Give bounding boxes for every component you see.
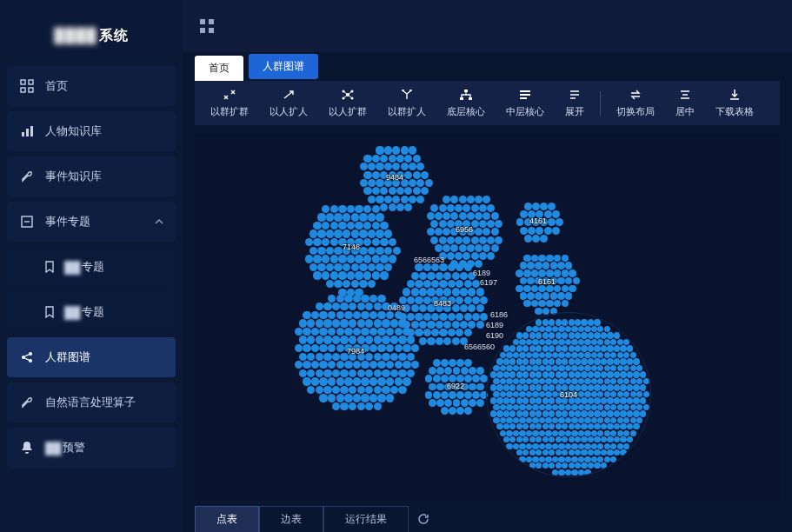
tb-bottom-core[interactable]: 底层核心 bbox=[438, 86, 494, 120]
graph-annotation: 6190 bbox=[486, 331, 503, 340]
refresh-icon[interactable] bbox=[417, 513, 429, 525]
sidebar-item-crowd-graph[interactable]: 人群图谱 bbox=[7, 337, 176, 377]
download-icon bbox=[728, 88, 742, 102]
sidebar-item-event-kb[interactable]: 事件知识库 bbox=[7, 156, 176, 196]
tb-center[interactable]: 居中 bbox=[667, 86, 703, 120]
toolbar: 以群扩群 以人扩人 以人扩群 以群扩人 底层核心 中层核心 bbox=[195, 81, 780, 125]
graph-canvas[interactable]: 9484695641617146616184837984692261046566… bbox=[195, 134, 780, 501]
tab-edges[interactable]: 边表 bbox=[259, 506, 323, 532]
svg-rect-5 bbox=[26, 129, 29, 136]
lines-icon bbox=[568, 88, 582, 102]
tb-mid-core[interactable]: 中层核心 bbox=[497, 86, 553, 120]
swap-icon bbox=[629, 88, 642, 102]
center-icon bbox=[678, 88, 692, 102]
svg-rect-3 bbox=[29, 88, 33, 92]
redacted-label: ██ bbox=[64, 306, 80, 319]
sidebar-item-label: 自然语言处理算子 bbox=[45, 395, 136, 410]
svg-rect-6 bbox=[30, 126, 33, 136]
sidebar-item-topic-a[interactable]: ██ 专题 bbox=[7, 247, 176, 287]
sidebar-item-label: 人群图谱 bbox=[45, 349, 90, 365]
main-area: 首页 人群图谱 以群扩群 以人扩人 以人扩群 以群扩人 底层核心 bbox=[183, 0, 792, 532]
sidebar-item-label: 事件知识库 bbox=[45, 169, 102, 184]
sidebar-item-event-topic[interactable]: 事件专题 bbox=[7, 202, 176, 242]
tab-nodes[interactable]: 点表 bbox=[195, 506, 259, 532]
chevron-up-icon bbox=[155, 217, 163, 226]
toolbar-divider bbox=[600, 91, 601, 116]
svg-rect-21 bbox=[469, 97, 472, 100]
hub-icon bbox=[341, 88, 355, 102]
tb-person-expand-person[interactable]: 以人扩人 bbox=[261, 86, 316, 120]
layers-icon bbox=[518, 88, 532, 102]
sidebar-item-label: 事件专题 bbox=[45, 214, 90, 229]
sidebar-item-topic-b[interactable]: ██ 专题 bbox=[7, 292, 176, 332]
top-bar bbox=[183, 0, 792, 52]
graph-annotation: 6189 bbox=[486, 321, 503, 329]
share-icon bbox=[19, 349, 35, 365]
app-title: ████ 系统 bbox=[7, 5, 176, 66]
svg-rect-4 bbox=[22, 132, 24, 136]
svg-rect-20 bbox=[460, 97, 463, 100]
bookmark-icon bbox=[43, 259, 56, 275]
svg-rect-2 bbox=[21, 88, 25, 92]
sidebar-item-home[interactable]: 首页 bbox=[7, 66, 176, 106]
svg-rect-22 bbox=[520, 90, 530, 92]
sidebar-item-label: 专题 bbox=[82, 304, 104, 320]
graph-annotation: 6566560 bbox=[464, 342, 495, 351]
sidebar-item-label: 专题 bbox=[82, 259, 104, 275]
cluster-node[interactable]: 6161 bbox=[512, 247, 582, 316]
tb-person-expand-group[interactable]: 以人扩群 bbox=[320, 86, 376, 120]
grid2-icon bbox=[19, 78, 35, 94]
sidebar-item-person-kb[interactable]: 人物知识库 bbox=[7, 111, 176, 151]
redacted-label: ██ bbox=[64, 261, 80, 274]
graph-annotation: 6186 bbox=[490, 310, 508, 319]
sidebar-item-label: 首页 bbox=[45, 78, 68, 94]
graph-annotation: 6189 bbox=[473, 269, 490, 277]
arrows-out-icon bbox=[223, 88, 236, 102]
tb-expand[interactable]: 展开 bbox=[556, 86, 593, 120]
tb-group-expand-person[interactable]: 以群扩人 bbox=[379, 86, 435, 120]
result-tabs: 点表 边表 运行结果 bbox=[195, 501, 780, 532]
tb-download[interactable]: 下载表格 bbox=[707, 86, 762, 120]
sidebar-item-label: 预警 bbox=[63, 440, 85, 456]
wrench-icon bbox=[19, 395, 35, 410]
tab-home[interactable]: 首页 bbox=[195, 56, 243, 81]
bookmark-icon bbox=[43, 304, 56, 320]
graph-annotation: 6566563 bbox=[414, 256, 444, 264]
sitemap-icon bbox=[459, 88, 473, 102]
arrow-diag-icon bbox=[282, 88, 296, 102]
box-minus-icon bbox=[19, 214, 35, 229]
sidebar-item-label: 人物知识库 bbox=[45, 123, 102, 139]
sidebar-item-nlp[interactable]: 自然语言处理算子 bbox=[7, 382, 176, 422]
sidebar-item-alert[interactable]: ██ 预警 bbox=[7, 428, 176, 468]
tb-switch-layout[interactable]: 切换布局 bbox=[608, 86, 663, 120]
svg-rect-0 bbox=[21, 80, 25, 84]
chart-icon bbox=[19, 123, 35, 139]
cluster-node[interactable]: 4161 bbox=[512, 195, 564, 247]
wrench-icon bbox=[19, 169, 35, 184]
cluster-node[interactable]: 6104 bbox=[486, 312, 651, 477]
svg-point-10 bbox=[29, 352, 32, 356]
graph-annotation: 6197 bbox=[480, 278, 497, 287]
tab-crowd-graph[interactable]: 人群图谱 bbox=[249, 54, 318, 79]
cluster-node[interactable]: 7146 bbox=[301, 196, 402, 297]
cluster-node[interactable]: 6922 bbox=[421, 351, 490, 421]
svg-rect-1 bbox=[29, 80, 33, 84]
app-title-redacted: ████ bbox=[54, 28, 97, 43]
app-menu-icon[interactable] bbox=[200, 19, 214, 33]
graph-annotation: 0489 bbox=[388, 303, 405, 312]
svg-line-13 bbox=[25, 358, 30, 360]
redacted-label: ██ bbox=[45, 442, 61, 455]
svg-point-11 bbox=[29, 359, 32, 362]
split-icon bbox=[400, 88, 414, 102]
svg-rect-24 bbox=[520, 97, 527, 99]
svg-line-12 bbox=[25, 355, 30, 356]
bell-icon bbox=[19, 440, 35, 456]
tab-result[interactable]: 运行结果 bbox=[323, 506, 409, 532]
svg-rect-23 bbox=[520, 94, 530, 96]
content: 首页 人群图谱 以群扩群 以人扩人 以人扩群 以群扩人 底层核心 bbox=[183, 52, 792, 532]
tb-group-expand-group[interactable]: 以群扩群 bbox=[202, 86, 257, 120]
page-tabs: 首页 人群图谱 bbox=[195, 56, 780, 81]
sidebar: ████ 系统 首页 人物知识库 事件知识库 事件专题 ██ 专题 bbox=[0, 0, 183, 532]
svg-rect-19 bbox=[464, 90, 468, 92]
